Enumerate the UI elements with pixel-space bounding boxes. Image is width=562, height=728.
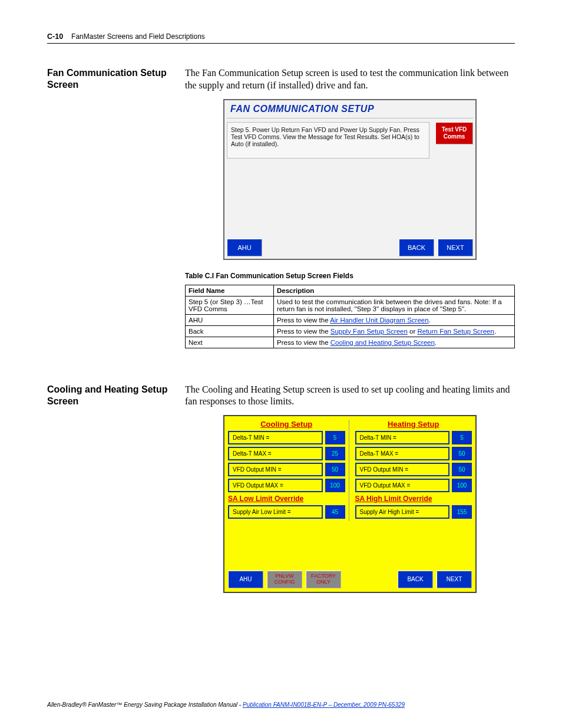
back-button[interactable]: BACK (399, 239, 434, 256)
field-label: VFD Output MIN = (355, 463, 450, 476)
field-value[interactable]: 5 (452, 431, 472, 444)
ahu-button[interactable]: AHU (228, 571, 263, 588)
cooling-title: Cooling Setup (228, 420, 345, 429)
field-label: Delta-T MIN = (228, 431, 323, 444)
page-number: C-10 (47, 32, 63, 41)
section-body: The Fan Communication Setup screen is us… (185, 67, 515, 92)
page-footer: Allen-Bradley® FanMaster™ Energy Saving … (47, 701, 515, 708)
field-label: Supply Air High Limit = (355, 505, 450, 519)
field-label: Supply Air Low Limit = (228, 505, 323, 519)
fields-table: Field Name Description Step 5 (or Step 3… (185, 285, 515, 348)
page-header: C-10 FanMaster Screens and Field Descrip… (47, 32, 515, 44)
table-row: Back Press to view the Supply Fan Setup … (186, 325, 515, 337)
section-heading: Fan Communication Setup Screen (47, 67, 171, 91)
field-value[interactable]: 50 (325, 463, 345, 476)
screen-title: FAN COMMUNICATION SETUP (227, 103, 473, 118)
field-label: VFD Output MAX = (228, 479, 323, 492)
cooling-heating-screenshot: Cooling Setup Delta-T MIN =5 Delta-T MAX… (223, 415, 477, 593)
table-row: Step 5 (or Step 3) …Test VFD Comms Used … (186, 296, 515, 314)
test-vfd-comms-button[interactable]: Test VFD Comms (435, 122, 473, 144)
field-label: Delta-T MAX = (228, 447, 323, 460)
th-fieldname: Field Name (186, 285, 274, 296)
sa-low-limit-heading: SA Low Limit Override (228, 495, 345, 503)
step-text: Step 5. Power Up Return Fan VFD and Powe… (227, 122, 429, 159)
field-label: Delta-T MAX = (355, 447, 450, 460)
heating-title: Heating Setup (355, 420, 472, 429)
fan-comm-screenshot: FAN COMMUNICATION SETUP Step 5. Power Up… (223, 99, 477, 260)
section-heading: Cooling and Heating Setup Screen (47, 384, 171, 407)
field-label: VFD Output MIN = (228, 463, 323, 476)
factory-only-button[interactable]: FACTORY ONLY (306, 571, 341, 588)
field-value[interactable]: 100 (452, 479, 472, 492)
link-return-fan[interactable]: Return Fan Setup Screen (417, 328, 494, 335)
publication-link[interactable]: Publication FANM-IN001B-EN-P – December,… (243, 701, 405, 708)
link-supply-fan[interactable]: Supply Fan Setup Screen (330, 328, 408, 335)
field-value[interactable]: 50 (452, 463, 472, 476)
back-button[interactable]: BACK (398, 571, 433, 588)
pnlvw-config-button[interactable]: PNLVW CONFIG (267, 571, 302, 588)
field-value[interactable]: 155 (452, 505, 472, 519)
sa-high-limit-heading: SA High Limit Override (355, 495, 472, 503)
breadcrumb: FanMaster Screens and Field Descriptions (71, 32, 205, 41)
field-value[interactable]: 50 (452, 447, 472, 460)
link-cooling-heating[interactable]: Cooling and Heating Setup Screen (330, 339, 435, 346)
table-caption: Table C.I Fan Communication Setup Screen… (185, 272, 515, 280)
ahu-button[interactable]: AHU (227, 239, 262, 256)
next-button[interactable]: NEXT (438, 239, 473, 256)
field-value[interactable]: 5 (325, 431, 345, 444)
next-button[interactable]: NEXT (437, 571, 472, 588)
table-row: AHU Press to view the Air Handler Unit D… (186, 314, 515, 325)
section-body: The Cooling and Heating Setup screen is … (185, 384, 515, 409)
field-label: VFD Output MAX = (355, 479, 450, 492)
field-value[interactable]: 25 (325, 447, 345, 460)
table-row: Next Press to view the Cooling and Heati… (186, 337, 515, 348)
link-ahu-diagram[interactable]: Air Handler Unit Diagram Screen (330, 317, 428, 324)
field-value[interactable]: 45 (325, 505, 345, 519)
field-value[interactable]: 100 (325, 479, 345, 492)
field-label: Delta-T MIN = (355, 431, 450, 444)
th-description: Description (274, 285, 515, 296)
